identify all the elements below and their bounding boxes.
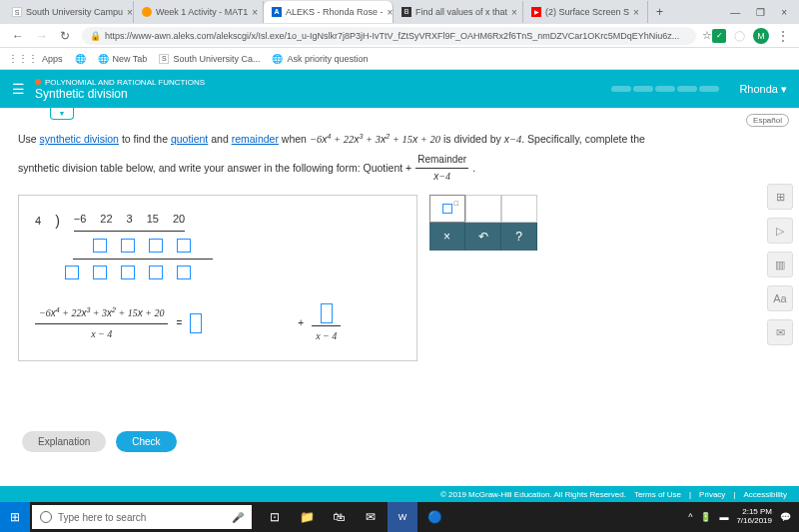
favicon: S <box>159 54 169 64</box>
user-menu[interactable]: Rhonda ▾ <box>739 83 787 96</box>
synthetic-division-link[interactable]: synthetic division <box>40 133 119 145</box>
apps-button[interactable]: ⋮⋮⋮Apps <box>8 53 63 64</box>
tab-label: Week 1 Activity - MAT1 <box>156 7 248 17</box>
close-icon[interactable]: × <box>633 7 639 18</box>
profile-avatar[interactable]: M <box>753 28 769 44</box>
answer-box[interactable] <box>93 266 107 279</box>
address-bar: ← → ↻ 🔒https://www-awn.aleks.com/alekscg… <box>0 24 799 48</box>
help-button[interactable]: ? <box>501 223 537 251</box>
answer-box[interactable] <box>65 266 79 279</box>
accessibility-link[interactable]: Accessibility <box>743 490 787 499</box>
remainder-answer-box[interactable] <box>321 303 333 323</box>
tool-blank[interactable] <box>465 195 501 223</box>
video-icon[interactable]: ▷ <box>767 218 793 244</box>
undo-button[interactable]: ↶ <box>465 223 501 251</box>
globe-icon: 🌐 <box>272 54 283 64</box>
privacy-link[interactable]: Privacy <box>699 490 725 499</box>
expression-fraction: −6x4 + 22x3 + 3x2 + 15x + 20 x − 4 <box>35 302 168 344</box>
app-header: ☰ POLYNOMIAL AND RATIONAL FUNCTIONS Synt… <box>0 70 799 108</box>
check-button[interactable]: Check <box>116 431 176 452</box>
page-title: Synthetic division <box>35 87 611 101</box>
apps-icon: ⋮⋮⋮ <box>8 53 38 64</box>
favicon: S <box>12 7 22 17</box>
maximize-icon[interactable]: ❐ <box>756 7 765 18</box>
bookmark-star-icon[interactable]: ☆ <box>702 29 712 42</box>
url-text: https://www-awn.aleks.com/alekscgi/x/Isl… <box>105 31 679 41</box>
browser-tab[interactable]: BFind all values of x that× <box>394 1 523 23</box>
category-label: POLYNOMIAL AND RATIONAL FUNCTIONS <box>35 78 611 87</box>
minimize-icon[interactable]: — <box>730 7 740 18</box>
remainder-link[interactable]: remainder <box>232 133 279 145</box>
close-icon[interactable]: × <box>388 7 394 18</box>
answer-box[interactable] <box>121 266 135 279</box>
bookmark-item[interactable]: SSouth University Ca... <box>159 54 260 64</box>
dictionary-icon[interactable]: Aa <box>767 285 793 311</box>
taskbar-search[interactable]: Type here to search🎤 <box>32 505 252 529</box>
favicon <box>142 7 152 17</box>
url-input[interactable]: 🔒https://www-awn.aleks.com/alekscgi/x/Is… <box>82 27 696 45</box>
dropdown-tab[interactable]: ▼ <box>50 108 74 120</box>
quotient-link[interactable]: quotient <box>171 133 208 145</box>
battery-icon[interactable]: 🔋 <box>700 512 711 522</box>
word-icon[interactable]: W <box>388 502 417 532</box>
wifi-icon[interactable]: ▬ <box>719 512 728 522</box>
bookmark-item[interactable]: 🌐Ask priority question <box>272 54 368 64</box>
close-icon[interactable]: × <box>127 7 133 18</box>
remainder-fraction: x − 4 <box>312 301 341 346</box>
new-tab-button[interactable]: + <box>648 5 671 19</box>
answer-box[interactable] <box>149 266 163 279</box>
browser-tab[interactable]: ▶(2) Surface Screen S× <box>523 1 648 23</box>
tab-label: Find all values of x that <box>415 7 507 17</box>
close-window-icon[interactable]: × <box>781 7 787 18</box>
bookmark-item[interactable]: 🌐New Tab <box>98 54 148 64</box>
menu-icon[interactable]: ⋮ <box>777 29 789 43</box>
browser-tab-active[interactable]: AALEKS - Rhonda Rose -× <box>264 1 394 23</box>
favicon: A <box>272 7 282 17</box>
chrome-icon[interactable]: 🔵 <box>419 502 449 532</box>
tab-label: South University Campu <box>26 7 123 17</box>
terms-link[interactable]: Terms of Use <box>634 490 681 499</box>
globe-icon: 🌐 <box>75 54 86 64</box>
close-icon[interactable]: × <box>252 7 258 18</box>
clear-button[interactable]: × <box>429 223 465 251</box>
task-view-icon[interactable]: ⊡ <box>260 502 290 532</box>
close-icon[interactable]: × <box>511 7 517 18</box>
hamburger-menu-icon[interactable]: ☰ <box>12 81 25 97</box>
bookmarks-bar: ⋮⋮⋮Apps 🌐 🌐New Tab SSouth University Ca.… <box>0 48 799 70</box>
language-toggle[interactable]: Español <box>746 114 789 127</box>
store-icon[interactable]: 🛍 <box>324 502 354 532</box>
side-toolbar: ⊞ ▷ ▥ Aa ✉ <box>767 184 793 345</box>
mail-icon[interactable]: ✉ <box>356 502 386 532</box>
notifications-icon[interactable]: 💬 <box>780 512 791 522</box>
extension-icon[interactable]: ◯ <box>734 30 745 41</box>
lock-icon: 🔒 <box>90 31 101 41</box>
windows-taskbar: ⊞ Type here to search🎤 ⊡ 📁 🛍 ✉ W 🔵 ^ 🔋 ▬… <box>0 502 799 532</box>
extension-icon[interactable]: ✓ <box>712 29 726 43</box>
message-icon[interactable]: ✉ <box>767 319 793 345</box>
calculator-icon[interactable]: ⊞ <box>767 184 793 210</box>
back-button[interactable]: ← <box>6 29 30 43</box>
ebook-icon[interactable]: ▥ <box>767 252 793 277</box>
reload-button[interactable]: ↻ <box>54 29 76 43</box>
browser-tab[interactable]: SSouth University Campu× <box>4 1 134 23</box>
tool-superscript[interactable]: □ <box>429 195 465 223</box>
quotient-answer-box[interactable] <box>190 313 202 333</box>
remainder-numerator: Remainder <box>415 152 468 169</box>
forward-button[interactable]: → <box>30 29 54 43</box>
bookmark-item[interactable]: 🌐 <box>75 54 86 64</box>
tool-blank[interactable] <box>501 195 537 223</box>
tray-chevron-icon[interactable]: ^ <box>688 512 692 522</box>
clock[interactable]: 2:15 PM7/16/2019 <box>736 508 772 526</box>
explorer-icon[interactable]: 📁 <box>292 502 322 532</box>
answer-box[interactable] <box>149 239 163 253</box>
answer-box[interactable] <box>177 239 191 253</box>
equals-sign: = <box>176 315 182 331</box>
answer-box[interactable] <box>93 239 107 253</box>
footer: © 2019 McGraw-Hill Education. All Rights… <box>0 486 799 502</box>
start-button[interactable]: ⊞ <box>0 502 30 532</box>
answer-box[interactable] <box>121 239 135 253</box>
explanation-button[interactable]: Explanation <box>22 431 106 452</box>
mic-icon[interactable]: 🎤 <box>232 512 244 523</box>
browser-tab[interactable]: Week 1 Activity - MAT1× <box>134 1 264 23</box>
answer-box[interactable] <box>177 266 191 279</box>
